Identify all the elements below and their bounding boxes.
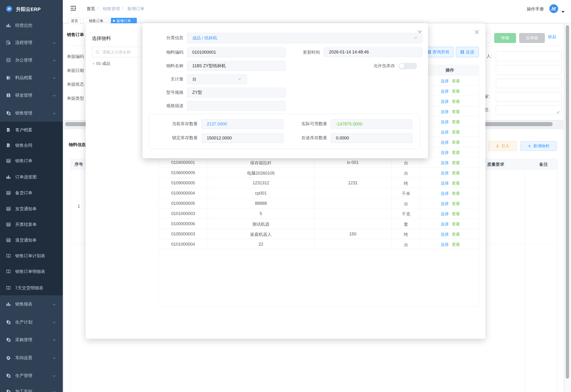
svg-text:M: M	[7, 7, 11, 11]
